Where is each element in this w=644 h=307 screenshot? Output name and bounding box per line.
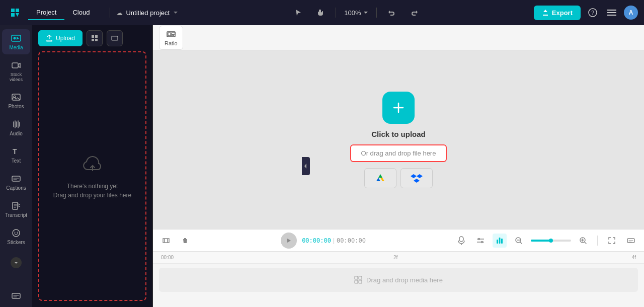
timeline-ruler: 00:00 2f 4f (153, 252, 644, 264)
dropbox-btn[interactable] (400, 168, 433, 188)
collapse-panel-btn[interactable] (302, 157, 310, 175)
sidebar-item-text-label: Text (12, 158, 21, 164)
zoom-out-btn[interactable] (512, 234, 526, 248)
upload-plus-btn[interactable] (382, 92, 415, 124)
total-time: 00:00:00 (337, 237, 366, 244)
sidebar-item-transcript[interactable]: Transcript (2, 197, 30, 222)
upload-title: Click to upload (371, 130, 426, 138)
svg-rect-30 (497, 240, 498, 244)
sidebar-item-text[interactable]: T Text (2, 142, 30, 168)
svg-rect-4 (607, 15, 616, 16)
sidebar-item-stock-videos[interactable]: Stockvideos (2, 56, 30, 86)
undo-btn[interactable] (385, 6, 399, 20)
zoom-slider[interactable] (531, 240, 571, 242)
export-button[interactable]: Export (534, 6, 581, 20)
google-drive-icon (374, 172, 386, 184)
main-layout: Media Stockvideos Photos Audio T Text Ca… (0, 25, 644, 307)
sidebar-item-captions[interactable]: Captions (2, 170, 30, 195)
svg-rect-7 (12, 63, 18, 68)
mic-btn[interactable] (454, 234, 468, 248)
topbar-nav-cloud[interactable]: Cloud (64, 6, 98, 20)
plus-icon (391, 101, 406, 115)
svg-rect-32 (501, 239, 503, 244)
zoom-level: 100% (344, 9, 361, 17)
divider-t (597, 236, 598, 246)
sidebar-item-captions-label: Captions (6, 185, 26, 191)
cloud-buttons (364, 168, 433, 188)
filter-btn[interactable] (473, 234, 488, 248)
redo-btn[interactable] (407, 6, 421, 20)
svg-rect-19 (92, 39, 94, 41)
cloud-icon: ☁ (116, 9, 123, 17)
right-panel: Ratio Click to upload Or drag and drop f… (153, 25, 644, 307)
svg-rect-21 (112, 36, 118, 40)
active-tool-btn[interactable] (493, 234, 507, 248)
media-panel: Upload There's nothing yet Drag and drop… (32, 25, 153, 307)
svg-point-6 (14, 37, 16, 40)
media-drop-zone[interactable]: There's nothing yet Drag and drop your f… (38, 51, 146, 301)
topbar-nav: Project Cloud (28, 6, 98, 20)
hand-tool-btn[interactable] (313, 6, 328, 20)
resize-timeline-btn[interactable] (159, 234, 173, 248)
sidebar-item-audio-label: Audio (10, 131, 23, 136)
zoom-handle (549, 239, 553, 243)
timeline: 00:00:00 | 00:00:00 (153, 229, 644, 307)
sidebar-item-transcript-label: Transcript (5, 212, 27, 218)
current-time: 00:00:00 (302, 237, 331, 244)
svg-text:?: ? (591, 10, 594, 16)
play-btn[interactable] (281, 233, 297, 249)
svg-rect-18 (95, 35, 98, 38)
project-name-btn[interactable]: ☁ Untitled project (116, 9, 179, 17)
svg-rect-37 (359, 276, 362, 279)
svg-point-15 (17, 232, 18, 233)
media-panel-header: Upload (32, 25, 152, 51)
drop-media-bar[interactable]: Drag and drop media here (159, 268, 638, 292)
sidebar-item-subtitles[interactable] (11, 291, 21, 303)
menu-btn[interactable] (605, 6, 619, 20)
sidebar-icons: Media Stockvideos Photos Audio T Text Ca… (0, 25, 32, 307)
select-tool-btn[interactable] (291, 6, 305, 20)
sidebar-item-media[interactable]: Media (2, 29, 30, 54)
ruler-mark-0: 00:00 (161, 255, 174, 260)
dropbox-icon (411, 172, 423, 184)
svg-rect-25 (172, 35, 174, 36)
ruler-mark-1: 2f (393, 255, 397, 260)
app-logo[interactable] (6, 4, 24, 22)
sidebar-item-audio[interactable]: Audio (2, 115, 30, 140)
project-title: Untitled project (126, 9, 170, 17)
ratio-label: Ratio (165, 40, 178, 46)
ratio-button[interactable]: Ratio (159, 26, 183, 50)
sidebar-item-stickers[interactable]: Stickers (2, 224, 30, 249)
zoom-in-btn[interactable] (576, 234, 590, 248)
upload-button[interactable]: Upload (38, 30, 83, 46)
svg-rect-24 (172, 33, 175, 34)
grid-view-btn[interactable] (87, 30, 103, 46)
delete-timeline-btn[interactable] (178, 234, 192, 248)
help-btn[interactable]: ? (586, 6, 600, 20)
captions-timeline-btn[interactable] (624, 234, 638, 248)
export-icon (542, 9, 549, 16)
canvas-toolbar: Ratio (153, 25, 644, 50)
svg-point-28 (478, 238, 480, 240)
nothing-text: There's nothing yet Drag and drop your f… (53, 182, 131, 200)
sidebar-item-stickers-label: Stickers (7, 240, 25, 245)
svg-rect-5 (12, 35, 21, 41)
svg-rect-31 (499, 238, 501, 244)
topbar-nav-project[interactable]: Project (28, 6, 64, 20)
sidebar-item-more[interactable] (2, 253, 30, 272)
time-sep: | (333, 237, 335, 244)
avatar[interactable]: A (624, 6, 638, 20)
dropdown-icon (173, 10, 179, 16)
svg-point-29 (481, 241, 483, 243)
fit-view-btn[interactable] (605, 234, 619, 248)
google-drive-btn[interactable] (364, 168, 396, 188)
sidebar-item-photos[interactable]: Photos (2, 88, 30, 113)
sidebar-item-photos-label: Photos (8, 104, 24, 109)
svg-text:T: T (13, 147, 17, 156)
divider-1 (336, 8, 336, 18)
drop-zone[interactable]: Or drag and drop file here (350, 144, 447, 162)
zoom-control[interactable]: 100% (344, 9, 368, 17)
svg-rect-11 (12, 176, 20, 181)
aspect-ratio-btn[interactable] (107, 30, 123, 46)
zoom-slider-fill (531, 240, 551, 242)
